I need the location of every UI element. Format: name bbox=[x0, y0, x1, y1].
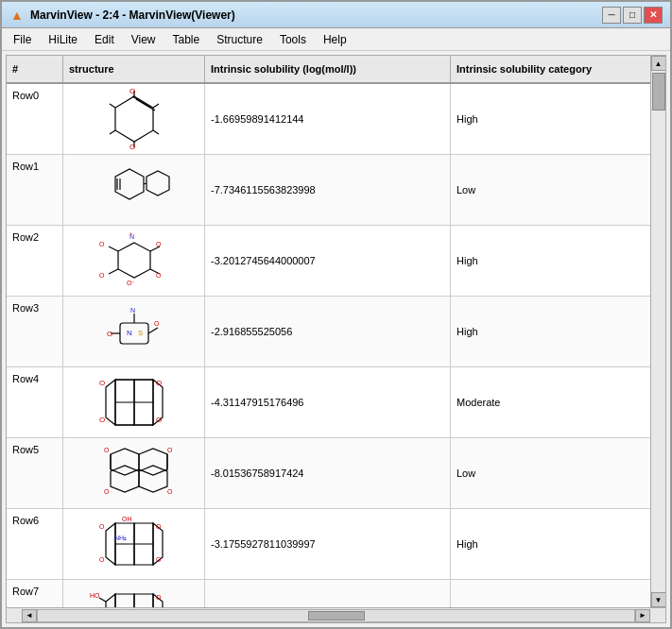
svg-marker-62 bbox=[106, 523, 115, 565]
svg-marker-39 bbox=[106, 380, 115, 425]
svg-text:O: O bbox=[107, 330, 112, 338]
table-row: Row5 O O O bbox=[7, 438, 665, 509]
molecule-5: O O O O bbox=[73, 441, 196, 505]
scroll-right-button[interactable]: ► bbox=[635, 609, 650, 622]
svg-marker-51 bbox=[139, 449, 167, 475]
menu-item-help[interactable]: Help bbox=[316, 30, 354, 49]
structure-cell-5: O O O O bbox=[63, 438, 205, 508]
row-id-7: Row7 bbox=[7, 580, 63, 607]
svg-rect-28 bbox=[120, 323, 148, 344]
structure-cell-4: O O O O bbox=[63, 367, 205, 437]
col-header-id: # bbox=[7, 56, 63, 82]
horizontal-scrollbar[interactable]: ◄ ► bbox=[7, 607, 665, 622]
category-value-0: High bbox=[451, 84, 665, 154]
svg-text:O: O bbox=[104, 447, 110, 453]
solubility-value-2: -3.2012745644000007 bbox=[205, 226, 451, 296]
svg-text:O: O bbox=[99, 523, 105, 530]
category-value-4: Moderate bbox=[451, 367, 665, 437]
scroll-down-button[interactable]: ▼ bbox=[651, 592, 666, 607]
category-value-5: Low bbox=[451, 438, 665, 508]
row-id-0: Row0 bbox=[7, 84, 63, 154]
svg-text:O: O bbox=[167, 488, 173, 495]
row-id-4: Row4 bbox=[7, 367, 63, 437]
svg-marker-50 bbox=[111, 449, 139, 475]
table-row: Row3 O N S O N bbox=[7, 297, 665, 367]
svg-line-2 bbox=[153, 104, 159, 108]
menu-item-tools[interactable]: Tools bbox=[272, 30, 314, 49]
svg-text:O: O bbox=[156, 379, 162, 387]
col-header-category: Intrinsic solubility category bbox=[451, 56, 665, 82]
close-button[interactable]: ✕ bbox=[644, 7, 663, 24]
svg-text:O: O bbox=[156, 272, 162, 279]
svg-text:O: O bbox=[156, 523, 162, 530]
table-row: Row2 O O O O bbox=[7, 226, 665, 297]
category-value-3: High bbox=[451, 297, 665, 366]
svg-text:O: O bbox=[129, 143, 135, 151]
svg-line-30 bbox=[148, 328, 158, 333]
category-value-7: Low bbox=[451, 580, 665, 607]
app-icon: ▲ bbox=[9, 8, 25, 23]
window-controls: ─ □ ✕ bbox=[602, 7, 663, 24]
svg-text:O: O bbox=[156, 241, 162, 247]
svg-text:O: O bbox=[154, 320, 160, 327]
svg-text:O: O bbox=[156, 594, 162, 601]
scroll-thumb-horizontal[interactable] bbox=[308, 611, 365, 620]
col-header-solubility: Intrinsic solubility (log(mol/l)) bbox=[205, 56, 451, 82]
menu-item-view[interactable]: View bbox=[124, 30, 164, 49]
svg-marker-72 bbox=[134, 594, 153, 607]
svg-text:+: + bbox=[129, 230, 133, 236]
menu-item-table[interactable]: Table bbox=[165, 30, 208, 49]
table-row: Row6 O O O O bbox=[7, 509, 665, 580]
molecule-7: O O HO HO bbox=[73, 583, 196, 607]
scroll-thumb-vertical[interactable] bbox=[652, 73, 665, 110]
svg-marker-52 bbox=[111, 466, 139, 492]
menu-item-file[interactable]: File bbox=[6, 30, 39, 49]
svg-marker-73 bbox=[106, 594, 115, 607]
category-value-2: High bbox=[451, 226, 665, 296]
solubility-value-3: -2.916855525056 bbox=[205, 297, 451, 366]
solubility-value-7: -5.471824110336 bbox=[205, 580, 451, 607]
vertical-scrollbar[interactable]: ▲ ▼ bbox=[650, 56, 665, 607]
svg-marker-53 bbox=[139, 466, 167, 492]
svg-line-6 bbox=[110, 104, 115, 108]
minimize-button[interactable]: ─ bbox=[602, 7, 621, 24]
svg-line-20 bbox=[109, 269, 118, 274]
maximize-button[interactable]: □ bbox=[623, 7, 642, 24]
scroll-left-button[interactable]: ◄ bbox=[22, 609, 37, 622]
title-bar: ▲ MarvinView - 2:4 - MarvinView(Viewer) … bbox=[2, 2, 670, 28]
svg-text:O: O bbox=[104, 488, 110, 495]
svg-text:O: O bbox=[99, 241, 105, 247]
row-id-1: Row1 bbox=[7, 155, 63, 225]
svg-text:O: O bbox=[156, 556, 162, 563]
structure-cell-3: O N S O N bbox=[63, 297, 205, 366]
scroll-up-button[interactable]: ▲ bbox=[651, 56, 666, 71]
solubility-value-0: -1.66959891412144 bbox=[205, 84, 451, 154]
menu-bar: FileHiLiteEditViewTableStructureToolsHel… bbox=[2, 28, 670, 51]
solubility-value-6: -3.1755927811039997 bbox=[205, 509, 451, 579]
table-container: # structure Intrinsic solubility (log(mo… bbox=[6, 55, 666, 623]
row-id-5: Row5 bbox=[7, 438, 63, 508]
svg-text:N: N bbox=[130, 307, 135, 314]
svg-text:O: O bbox=[167, 447, 173, 453]
category-value-6: High bbox=[451, 509, 665, 579]
svg-marker-71 bbox=[115, 594, 134, 607]
row-id-2: Row2 bbox=[7, 226, 63, 296]
svg-text:O: O bbox=[129, 87, 135, 95]
svg-marker-0 bbox=[115, 96, 153, 142]
svg-text:S: S bbox=[138, 329, 143, 337]
menu-item-structure[interactable]: Structure bbox=[209, 30, 270, 49]
menu-item-hilite[interactable]: HiLite bbox=[41, 30, 85, 49]
svg-text:O: O bbox=[99, 416, 105, 424]
row-id-6: Row6 bbox=[7, 509, 63, 579]
structure-cell-6: O O O O OH NH₂ bbox=[63, 509, 205, 579]
molecule-2: O O O O N + O⁻ bbox=[73, 229, 196, 293]
solubility-value-4: -4.31147915176496 bbox=[205, 367, 451, 437]
svg-marker-16 bbox=[118, 243, 150, 278]
row-id-3: Row3 bbox=[7, 297, 63, 366]
table-body[interactable]: Row0 bbox=[7, 84, 665, 607]
svg-text:O: O bbox=[99, 272, 105, 279]
menu-item-edit[interactable]: Edit bbox=[87, 30, 122, 49]
window-title: MarvinView - 2:4 - MarvinView(Viewer) bbox=[30, 8, 602, 22]
svg-text:O: O bbox=[156, 416, 162, 424]
category-value-1: Low bbox=[451, 155, 665, 225]
